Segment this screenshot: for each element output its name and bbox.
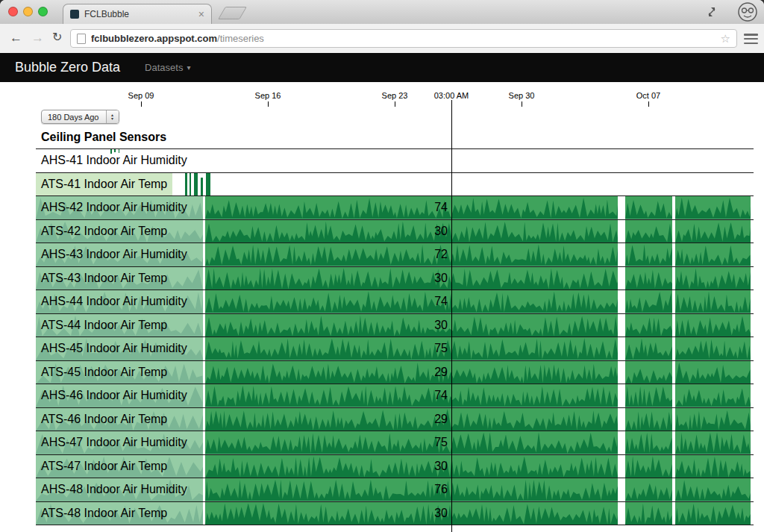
row-value: 75 [434,342,448,355]
section-title: Ceiling Panel Sensors [41,131,166,144]
window-zoom-button[interactable] [38,7,48,16]
row-label: AHS-46 Indoor Air Humidity [41,389,187,402]
row-label: AHS-48 Indoor Air Humidity [41,483,187,496]
row-label: ATS-42 Indoor Air Temp [41,225,167,238]
page-content: 03:00 AM Sep 09Sep 16Sep 23Sep 30Oct 07 … [0,82,764,532]
timeseries-row[interactable]: AHS-44 Indoor Air Humidity74 [36,290,754,313]
forward-button[interactable]: → [31,30,44,46]
reload-button[interactable]: ↻ [52,30,62,46]
datasets-menu-label: Datasets [145,62,183,73]
timeseries-row[interactable]: ATS-46 Indoor Air Temp29 [36,407,754,431]
window-titlebar: FCLBubble × [0,0,764,25]
row-label: AHS-47 Indoor Air Humidity [41,436,187,449]
browser-tab[interactable]: FCLBubble × [63,4,212,24]
caret-down-icon: ▾ [187,63,190,72]
browser-menu-icon[interactable] [744,34,758,44]
new-tab-button[interactable] [218,7,247,19]
row-value: 74 [434,201,448,214]
row-label: ATS-41 Indoor Air Temp [41,178,167,191]
row-value: 29 [434,413,448,426]
timeseries-row[interactable]: AHS-42 Indoor Air Humidity74 [36,195,754,219]
timeseries-row[interactable]: AHS-43 Indoor Air Humidity72 [36,242,754,266]
row-value: 30 [434,507,448,520]
row-label: ATS-46 Indoor Air Temp [41,413,167,426]
row-value: 74 [434,389,448,402]
time-axis: 03:00 AM Sep 09Sep 16Sep 23Sep 30Oct 07 [36,82,754,109]
timeseries-row[interactable]: ATS-41 Indoor Air Temp [36,172,754,196]
axis-tick-label: Sep 30 [492,91,551,100]
tab-close-icon[interactable]: × [198,9,204,19]
row-value: 30 [434,272,448,285]
axis-tick-mark [395,101,395,107]
cursor-time-label: 03:00 AM [422,91,481,100]
fullscreen-expand-icon[interactable] [706,6,718,18]
timeseries-row[interactable]: ATS-47 Indoor Air Temp30 [36,454,754,478]
row-label: ATS-44 Indoor Air Temp [41,319,167,332]
row-label: AHS-42 Indoor Air Humidity [41,201,187,214]
row-value: 30 [434,225,448,238]
row-label: AHS-45 Indoor Air Humidity [41,342,187,355]
timeseries-row[interactable]: AHS-41 Indoor Air Humidity [36,148,754,172]
row-label: AHS-44 Indoor Air Humidity [41,295,187,308]
url-path: /timeseries [217,33,264,44]
row-value: 76 [434,483,448,496]
datasets-menu[interactable]: Datasets ▾ [145,62,190,73]
row-value: 74 [434,295,448,308]
bookmark-star-icon[interactable]: ☆ [721,33,730,44]
axis-tick-mark [141,101,142,107]
page-icon [77,34,86,44]
timeseries-row[interactable]: AHS-45 Indoor Air Humidity75 [36,337,754,360]
row-value: 30 [434,319,448,332]
timeseries-row[interactable]: ATS-42 Indoor Air Temp30 [36,219,754,243]
range-select-label: 180 Days Ago [48,113,99,122]
axis-tick-label: Sep 16 [238,91,298,100]
row-label: ATS-43 Indoor Air Temp [41,272,167,285]
timeseries-row[interactable]: ATS-44 Indoor Air Temp30 [36,313,754,337]
url-domain: fclbubblezero.appspot.com [91,33,217,44]
profile-avatar-icon[interactable] [736,1,760,23]
browser-window: FCLBubble × ← → ↻ fclb [0,0,764,532]
row-value: 72 [434,248,448,261]
select-stepper-icon[interactable]: ▴▾ [106,110,119,123]
timeseries-row[interactable]: ATS-48 Indoor Air Temp30 [36,501,754,525]
row-value: 30 [434,460,448,473]
app-header: Bubble Zero Data Datasets ▾ [0,53,764,82]
url-input[interactable]: fclbubblezero.appspot.com/timeseries ☆ [70,29,737,48]
timeseries-row[interactable]: ATS-45 Indoor Air Temp29 [36,360,754,384]
timeseries-row[interactable]: AHS-46 Indoor Air Humidity74 [36,384,754,407]
browser-toolbar: ← → ↻ fclbubblezero.appspot.com/timeseri… [0,24,764,54]
window-close-button[interactable] [8,7,18,16]
row-label: ATS-47 Indoor Air Temp [41,460,167,473]
axis-tick-mark [268,101,269,107]
window-minimize-button[interactable] [23,7,33,16]
row-value: 75 [434,436,448,449]
timeseries-row[interactable]: AHS-47 Indoor Air Humidity75 [36,431,754,454]
timeseries-row[interactable]: ATS-43 Indoor Air Temp30 [36,266,754,290]
row-label: AHS-43 Indoor Air Humidity [41,248,187,261]
timeseries-row[interactable]: AHS-48 Indoor Air Humidity76 [36,478,754,501]
axis-tick-label: Oct 07 [619,91,678,100]
axis-tick-mark [648,101,649,107]
url-text: fclbubblezero.appspot.com/timeseries [91,33,716,44]
row-label: AHS-41 Indoor Air Humidity [41,154,187,167]
axis-tick-label: Sep 23 [365,91,425,100]
back-button[interactable]: ← [10,30,22,46]
axis-tick-label: Sep 09 [111,91,171,100]
row-label: ATS-45 Indoor Air Temp [41,366,167,379]
row-label: ATS-48 Indoor Air Temp [41,507,167,520]
app-title: Bubble Zero Data [15,60,120,75]
tab-title: FCLBubble [84,9,193,19]
range-select[interactable]: 180 Days Ago ▴▾ [41,110,119,124]
axis-tick-mark [522,101,522,107]
rows: AHS-41 Indoor Air HumidityATS-41 Indoor … [36,148,754,525]
tab-favicon-icon [70,10,79,19]
row-value: 29 [434,366,448,379]
cursor-rule-line [451,100,452,532]
